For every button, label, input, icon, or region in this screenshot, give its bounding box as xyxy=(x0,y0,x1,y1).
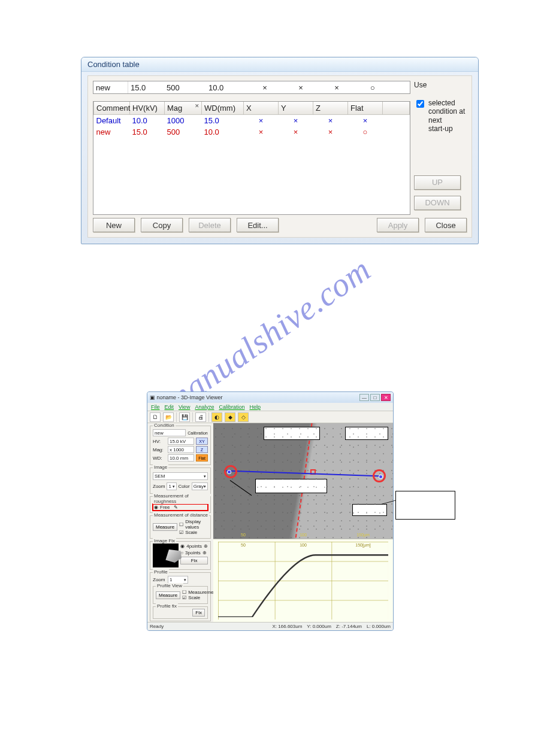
save-icon[interactable]: 💾 xyxy=(179,412,190,422)
toolbar-sep xyxy=(192,412,193,422)
zoom-select[interactable]: 1 xyxy=(167,482,176,490)
hv-field[interactable]: 15.0 kV xyxy=(168,438,194,445)
end-point-handle[interactable] xyxy=(379,475,382,478)
checkbox-icon[interactable]: ☑ xyxy=(179,530,183,535)
checkbox-icon[interactable]: ☐ xyxy=(182,590,186,595)
menu-calibration[interactable]: Calibration xyxy=(219,404,244,410)
profile-view-title: Profile View xyxy=(156,583,183,588)
th-mag[interactable]: Mag xyxy=(165,102,202,115)
tool-icon-1[interactable]: ◐ xyxy=(211,412,222,422)
profile-fix-button[interactable]: Fix xyxy=(192,609,205,617)
close-button[interactable]: Close xyxy=(425,218,467,232)
coord-l: L: 0.000um xyxy=(367,624,391,629)
callout-box xyxy=(395,491,455,520)
table-row[interactable]: new 15.0 500 10.0 × × × ○ xyxy=(94,126,410,138)
th-hv[interactable]: HV(kV) xyxy=(130,102,165,115)
z-tag[interactable]: Z xyxy=(196,446,208,453)
image-mode-select[interactable]: SEM xyxy=(153,472,208,480)
profile-panel-title: Profile xyxy=(153,569,169,575)
angle-marker-icon xyxy=(310,469,316,475)
fix-button[interactable]: Fix xyxy=(180,557,208,564)
pencil-icon[interactable]: ✎ xyxy=(174,505,178,510)
dialog-titlebar[interactable]: Condition table xyxy=(81,57,478,72)
coord-z: Z: -7.144um xyxy=(336,624,362,629)
annotation-box-2 xyxy=(345,427,388,440)
th-wd[interactable]: WD(mm) xyxy=(202,102,244,115)
toolbar-sep xyxy=(208,412,209,422)
profile-measure-button[interactable]: Measure xyxy=(156,591,180,599)
checkbox-icon[interactable]: ☐ xyxy=(179,522,183,527)
sem-image-area[interactable]: 50 100 150µm xyxy=(213,423,393,539)
mag-field[interactable]: x 1000 xyxy=(168,446,194,453)
sel-wd: 10.0 xyxy=(206,83,247,92)
close-icon[interactable]: ✕ xyxy=(381,394,391,401)
cell-z: × xyxy=(313,115,348,127)
profile-fix-title: Profile fix xyxy=(156,603,178,609)
minimize-icon[interactable]: — xyxy=(359,394,369,401)
th-y-coord[interactable]: Y xyxy=(279,102,313,115)
start-point-handle[interactable] xyxy=(228,470,231,473)
zoom-label: Zoom xyxy=(153,484,165,489)
image-panel: Image SEM Zoom 1 Color Gray xyxy=(150,467,211,494)
th-x-coord[interactable]: X xyxy=(244,102,279,115)
distance-panel: Measurement of distance Measure ☐Display… xyxy=(150,515,211,539)
wd-field[interactable]: 10.0 mm xyxy=(168,454,194,462)
delete-button[interactable]: Delete xyxy=(189,218,231,232)
profile-chart-area[interactable]: 50 100 150[µm] xyxy=(213,539,393,622)
edit-button[interactable]: Edit... xyxy=(237,218,279,232)
profile-panel: Profile Zoom 1 Profile View Measure ☐Mea… xyxy=(150,572,211,621)
opt-free[interactable]: Free xyxy=(160,505,170,510)
annotation-box-1 xyxy=(264,427,320,440)
condition-table[interactable]: Comment HV(kV) Mag WD(mm) X Y Z Flat Def… xyxy=(93,101,410,215)
tool-icon-2[interactable]: ◆ xyxy=(225,412,235,422)
table-row[interactable]: Default 10.0 1000 15.0 × × × × xyxy=(94,115,410,127)
profile-fix-panel: Profile fix Fix xyxy=(153,606,208,619)
measurement-line[interactable] xyxy=(226,470,382,476)
tool-icon-3[interactable]: ◇ xyxy=(238,412,249,422)
up-button[interactable]: UP xyxy=(414,175,461,190)
condition-table-dialog: Condition table new 15.0 500 10.0 × × × … xyxy=(81,57,479,244)
sel-hv: 15.0 xyxy=(128,83,164,92)
radio-icon[interactable]: ◉ xyxy=(180,544,185,549)
radio-icon[interactable]: ◉ xyxy=(154,505,158,510)
open-icon[interactable]: 📂 xyxy=(163,412,174,422)
color-select[interactable]: Gray xyxy=(192,482,208,490)
selection-row[interactable]: new 15.0 500 10.0 × × × ○ xyxy=(93,81,410,94)
print-icon[interactable]: 🖨 xyxy=(195,412,206,422)
viewer-titlebar[interactable]: ▣ noname - 3D-Image Viewer — □ ✕ xyxy=(147,392,393,403)
use-selected-checkbox[interactable] xyxy=(416,100,424,108)
target-icon[interactable]: ⊕ xyxy=(202,550,207,555)
copy-button[interactable]: Copy xyxy=(141,218,183,232)
annotation-box-3 xyxy=(255,479,327,493)
annotation-leader-line xyxy=(230,480,252,496)
checkbox-icon[interactable]: ☑ xyxy=(182,595,186,600)
sel-y: × xyxy=(283,83,319,92)
menu-file[interactable]: File xyxy=(151,404,160,410)
status-coords: X: 166.603um Y: 0.000um Z: -7.144um L: 0… xyxy=(273,624,391,629)
cell-hv: 10.0 xyxy=(130,115,165,127)
imagefix-panel: Image Fix ◉4points⊕ ○3points⊕ Fix xyxy=(150,541,211,570)
th-comment[interactable]: Comment xyxy=(94,102,130,115)
imagefix-panel-title: Image Fix xyxy=(153,538,176,544)
xy-tag[interactable]: XY xyxy=(196,438,208,445)
new-button[interactable]: New xyxy=(93,218,135,232)
th-z-coord[interactable]: Z xyxy=(313,102,348,115)
menu-bar: File Edit View Analyze Calibration Help xyxy=(147,403,393,411)
toolbar: 🗋 📂 💾 🖨 ◐ ◆ ◇ xyxy=(147,411,393,423)
target-icon[interactable]: ⊕ xyxy=(204,544,208,549)
menu-analyze[interactable]: Analyze xyxy=(195,404,214,410)
flat-tag[interactable]: Flat xyxy=(196,454,208,462)
menu-edit[interactable]: Edit xyxy=(165,404,174,410)
cell-y: × xyxy=(279,115,313,127)
use-label-1: Use xyxy=(414,81,467,89)
distance-panel-title: Measurement of distance xyxy=(153,512,209,518)
th-flat[interactable]: Flat xyxy=(348,102,383,115)
new-file-icon[interactable]: 🗋 xyxy=(150,412,161,422)
down-button[interactable]: DOWN xyxy=(414,196,461,210)
measure-button[interactable]: Measure xyxy=(153,523,177,531)
menu-view[interactable]: View xyxy=(179,404,190,410)
maximize-icon[interactable]: □ xyxy=(370,394,380,401)
apply-button[interactable]: Apply xyxy=(377,218,419,232)
boundary-line xyxy=(294,423,313,539)
menu-help[interactable]: Help xyxy=(249,404,261,410)
